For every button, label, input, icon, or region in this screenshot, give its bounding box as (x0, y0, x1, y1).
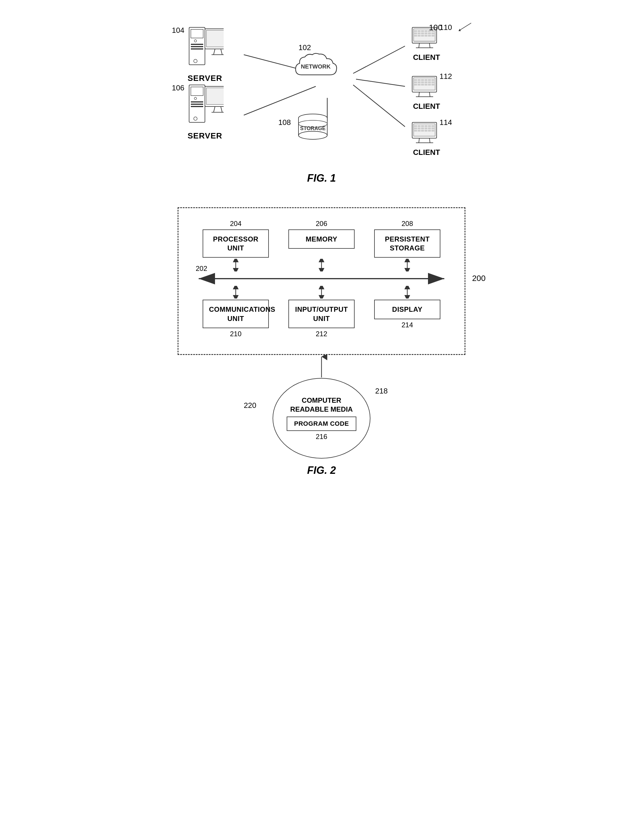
svg-rect-60 (428, 35, 431, 37)
svg-rect-10 (191, 46, 203, 47)
storage-icon: STORAGE (295, 112, 330, 141)
svg-rect-56 (414, 35, 417, 37)
svg-rect-19 (191, 87, 203, 96)
ref-106: 106 (172, 83, 184, 92)
ref-220: 220 (244, 401, 256, 410)
ref-212: 212 (316, 330, 327, 338)
svg-rect-73 (414, 82, 417, 83)
display-box: DISPLAY (374, 300, 441, 319)
svg-line-64 (419, 92, 419, 97)
svg-rect-59 (424, 35, 428, 37)
bus-arrow (193, 271, 450, 286)
svg-rect-75 (421, 82, 424, 83)
svg-rect-72 (431, 79, 434, 81)
svg-rect-76 (424, 82, 428, 83)
ref-108: 108 (278, 118, 291, 127)
ref-218: 218 (375, 387, 388, 396)
svg-rect-90 (414, 125, 417, 127)
svg-rect-101 (431, 127, 434, 129)
network-block: 102 NETWORK (293, 52, 339, 83)
svg-point-20 (194, 97, 197, 99)
client-114-icon (411, 121, 442, 147)
svg-rect-11 (191, 48, 203, 49)
ref-216: 216 (316, 433, 327, 441)
mem-to-bus-arrow (316, 259, 327, 271)
svg-rect-74 (418, 82, 421, 83)
svg-rect-79 (414, 84, 417, 85)
svg-line-27 (214, 106, 215, 112)
ref-100-arrow (422, 17, 480, 34)
svg-line-16 (221, 49, 222, 55)
svg-rect-98 (421, 127, 424, 129)
svg-rect-77 (428, 82, 431, 83)
svg-point-24 (194, 117, 197, 120)
svg-rect-7 (191, 29, 203, 38)
client-112-block: 112 CLIENT (411, 75, 442, 111)
svg-rect-22 (191, 104, 203, 105)
svg-rect-84 (431, 84, 434, 85)
crm-container: COMPUTERREADABLE MEDIA PROGRAM CODE 216 … (273, 378, 370, 458)
svg-rect-45 (418, 30, 421, 32)
svg-line-28 (221, 106, 222, 112)
server-106-block: 106 SERVER (186, 83, 224, 140)
processor-unit-box: PROCESSOR UNIT (202, 230, 269, 258)
client-110-label: CLIENT (413, 53, 440, 62)
svg-rect-50 (414, 33, 417, 34)
svg-rect-96 (414, 127, 417, 129)
svg-line-3 (353, 46, 405, 73)
svg-rect-106 (428, 130, 431, 132)
svg-rect-93 (424, 125, 428, 127)
program-code-box: PROGRAM CODE (287, 416, 357, 431)
server-106-label: SERVER (188, 131, 222, 140)
svg-rect-104 (421, 130, 424, 132)
svg-rect-99 (424, 127, 428, 129)
bus-to-display-arrow (401, 286, 413, 298)
svg-rect-57 (418, 35, 421, 37)
fig2-label: FIG. 2 (307, 464, 336, 476)
svg-line-5 (353, 85, 405, 127)
svg-rect-68 (418, 79, 421, 81)
svg-rect-95 (431, 125, 434, 127)
svg-line-40 (419, 43, 419, 48)
fig2-diagram: 200 204 PROCESSOR UNIT 206 MEMORY 208 PE… (163, 207, 480, 476)
client-112-icon (411, 75, 442, 101)
svg-rect-97 (418, 127, 421, 129)
svg-text:NETWORK: NETWORK (301, 63, 331, 70)
ref-214: 214 (401, 321, 413, 329)
io-unit-box: INPUT/OUTPUTUNIT (289, 300, 354, 328)
svg-rect-107 (431, 130, 434, 132)
svg-line-87 (419, 138, 419, 143)
svg-rect-80 (418, 84, 421, 85)
svg-rect-92 (421, 125, 424, 127)
ref-208: 208 (401, 220, 413, 228)
svg-point-8 (194, 40, 197, 42)
ps-to-bus-arrow (401, 259, 413, 271)
network-cloud-icon: NETWORK (293, 52, 339, 83)
bus-to-io-arrow (316, 286, 327, 298)
svg-rect-91 (418, 125, 421, 127)
svg-line-108 (460, 23, 471, 30)
svg-rect-70 (424, 79, 428, 81)
svg-rect-51 (418, 33, 421, 34)
svg-rect-61 (431, 35, 434, 37)
client-114-block: 114 CLIENT (411, 121, 442, 157)
memory-box: MEMORY (289, 230, 354, 249)
io-unit-col: INPUT/OUTPUTUNIT 212 (289, 300, 354, 339)
server-106-icon (186, 83, 224, 130)
svg-rect-81 (421, 84, 424, 85)
svg-line-65 (429, 92, 430, 97)
svg-rect-103 (418, 130, 421, 132)
svg-rect-71 (428, 79, 431, 81)
svg-text:STORAGE: STORAGE (300, 126, 326, 131)
bus-container: 202 (193, 271, 450, 286)
ref-206: 206 (316, 220, 327, 228)
ref-102: 102 (299, 43, 311, 52)
svg-rect-21 (191, 101, 203, 103)
storage-block: 108 STORAGE (295, 112, 330, 141)
svg-rect-100 (428, 127, 431, 129)
svg-rect-102 (414, 130, 417, 132)
client-112-label: CLIENT (413, 102, 440, 111)
bus-to-comm-arrow (230, 286, 242, 298)
ref-112: 112 (439, 72, 452, 81)
crm-label: COMPUTERREADABLE MEDIA (290, 396, 353, 414)
